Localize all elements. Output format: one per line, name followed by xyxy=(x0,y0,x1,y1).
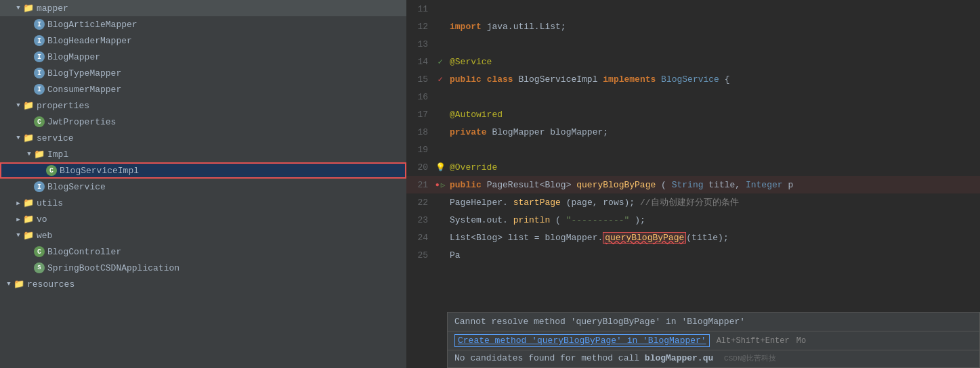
tooltip-candidates-text: No candidates found for method call blog… xyxy=(448,350,979,367)
interface-icon: I xyxy=(34,35,45,46)
keyword: public xyxy=(450,74,482,85)
sidebar-item-Impl[interactable]: Impl xyxy=(0,146,406,162)
sidebar-item-BlogHeaderMapper[interactable]: I BlogHeaderMapper xyxy=(0,32,406,49)
keyword: private xyxy=(450,127,487,137)
type: String xyxy=(672,180,704,190)
fix-link[interactable]: Create method 'queryBlogByPage' in 'Blog… xyxy=(454,334,710,347)
folder-icon xyxy=(23,3,34,14)
sidebar-item-service[interactable]: service xyxy=(0,130,406,146)
sidebar-item-label: BlogHeaderMapper xyxy=(47,36,132,46)
code-line-15: 15 ✓ public class BlogServiceImpl implem… xyxy=(406,70,980,88)
gutter-check-icon: ✓ xyxy=(438,57,442,67)
line-content: @Override xyxy=(447,162,980,172)
sidebar-item-utils[interactable]: utils xyxy=(0,195,406,211)
sidebar-item-label: BlogTypeMapper xyxy=(47,68,121,78)
code-text: System.out. xyxy=(450,215,508,225)
class-icon: C xyxy=(46,165,57,176)
sidebar-item-label: BlogServiceImpl xyxy=(60,166,139,176)
tooltip-fix-row[interactable]: Create method 'queryBlogByPage' in 'Blog… xyxy=(448,331,979,350)
line-content: Pa xyxy=(447,250,980,260)
arrow-icon xyxy=(4,279,14,289)
line-content: import java.util.List; xyxy=(447,22,980,32)
sidebar-item-BlogService[interactable]: I BlogService xyxy=(0,179,406,195)
code-line-11: 11 xyxy=(406,0,980,18)
line-number: 19 xyxy=(406,145,433,155)
code-text: java.util.List; xyxy=(487,22,566,32)
sidebar-item-web[interactable]: web xyxy=(0,227,406,244)
watermark: CSDN@比苦科技 xyxy=(724,354,776,363)
code-text: ( xyxy=(661,180,666,190)
sidebar-item-vo[interactable]: vo xyxy=(0,211,406,227)
code-line-24: 24 List<Blog> list = blogMapper.queryBlo… xyxy=(406,229,980,246)
arrow-icon xyxy=(14,198,23,208)
code-text: p xyxy=(788,180,793,190)
shortcut-label: Alt+Shift+Enter xyxy=(717,336,790,346)
file-tree: mapper I BlogArticleMapper I BlogHeaderM… xyxy=(0,0,406,368)
annotation: @Service xyxy=(450,57,492,67)
tooltip-error-text: Cannot resolve method 'queryBlogByPage' … xyxy=(448,313,979,331)
code-line-19: 19 xyxy=(406,141,980,158)
code-line-21: 21 ● ▷ public PageResult<Blog> queryBlog… xyxy=(406,176,980,193)
code-line-18: 18 private BlogMapper blogMapper; xyxy=(406,123,980,141)
arrow-icon xyxy=(14,214,23,224)
line-number: 15 xyxy=(406,74,433,85)
sidebar-item-JwtProperties[interactable]: C JwtProperties xyxy=(0,114,406,130)
sidebar-item-label: properties xyxy=(37,101,89,111)
code-text: PageResult<Blog> xyxy=(487,180,577,190)
error-method: queryBlogByPage xyxy=(603,232,686,244)
line-gutter: ✓ xyxy=(433,57,447,67)
spacer xyxy=(37,166,46,175)
line-content: private BlogMapper blogMapper; xyxy=(447,127,980,137)
sidebar-item-BlogController[interactable]: C BlogController xyxy=(0,244,406,260)
springboot-icon: S xyxy=(34,262,45,273)
run-icon[interactable]: ● xyxy=(435,181,440,189)
line-gutter: ✓ xyxy=(433,74,447,85)
folder-icon xyxy=(23,133,34,143)
sidebar-item-BlogTypeMapper[interactable]: I BlogTypeMapper xyxy=(0,65,406,81)
sidebar-item-BlogServiceImpl[interactable]: C BlogServiceImpl xyxy=(0,162,406,179)
arrow-run-icon: ▷ xyxy=(441,181,446,189)
sidebar-item-label: mapper xyxy=(37,3,68,14)
line-number: 21 xyxy=(406,180,433,190)
error-tooltip: Cannot resolve method 'queryBlogByPage' … xyxy=(447,312,980,368)
code-text: (title); xyxy=(686,233,728,243)
folder-icon xyxy=(23,214,34,225)
line-content: List<Blog> list = blogMapper.queryBlogBy… xyxy=(447,233,980,243)
class-icon: C xyxy=(34,246,45,257)
candidates-text: No candidates found for method call xyxy=(454,353,645,363)
spacer xyxy=(24,247,34,256)
sidebar-item-label: BlogService xyxy=(47,182,106,192)
line-number: 24 xyxy=(406,233,433,243)
sidebar-item-label: BlogArticleMapper xyxy=(47,20,137,30)
line-content: PageHelper. startPage (page, rows); //自动… xyxy=(447,196,980,208)
bulb-icon: 💡 xyxy=(435,162,446,172)
line-gutter: ● ▷ xyxy=(433,181,447,189)
sidebar-item-BlogMapper[interactable]: I BlogMapper xyxy=(0,49,406,65)
code-text: Pa xyxy=(450,250,461,260)
code-line-14: 14 ✓ @Service xyxy=(406,53,980,70)
line-content: @Service xyxy=(447,57,980,67)
arrow-icon xyxy=(24,150,34,159)
sidebar-item-label: JwtProperties xyxy=(47,117,116,127)
annotation: @Autowired xyxy=(450,110,503,120)
keyword: implements xyxy=(603,74,656,85)
sidebar-item-BlogArticleMapper[interactable]: I BlogArticleMapper xyxy=(0,16,406,32)
sidebar-item-properties[interactable]: properties xyxy=(0,97,406,114)
string-literal: "----------" xyxy=(566,215,630,225)
sidebar-item-label: web xyxy=(37,231,52,241)
line-number: 16 xyxy=(406,92,433,102)
sidebar-item-label: BlogMapper xyxy=(47,52,100,62)
code-line-12: 12 import java.util.List; xyxy=(406,18,980,35)
sidebar-item-resources[interactable]: resources xyxy=(0,276,406,292)
spacer xyxy=(24,85,34,94)
line-number: 14 xyxy=(406,57,433,67)
code-line-13: 13 xyxy=(406,35,980,53)
sidebar-item-mapper[interactable]: mapper xyxy=(0,0,406,16)
sidebar-item-SpringBootCSDNApplication[interactable]: S SpringBootCSDNApplication xyxy=(0,260,406,276)
line-number: 13 xyxy=(406,39,433,49)
sidebar-item-ConsumerMapper[interactable]: I ConsumerMapper xyxy=(0,81,406,97)
code-line-23: 23 System.out. println ( "----------" ); xyxy=(406,211,980,229)
line-number: 18 xyxy=(406,127,433,137)
code-lines: 11 12 import java.util.List; 13 14 ✓ xyxy=(406,0,980,264)
code-line-17: 17 @Autowired xyxy=(406,106,980,123)
